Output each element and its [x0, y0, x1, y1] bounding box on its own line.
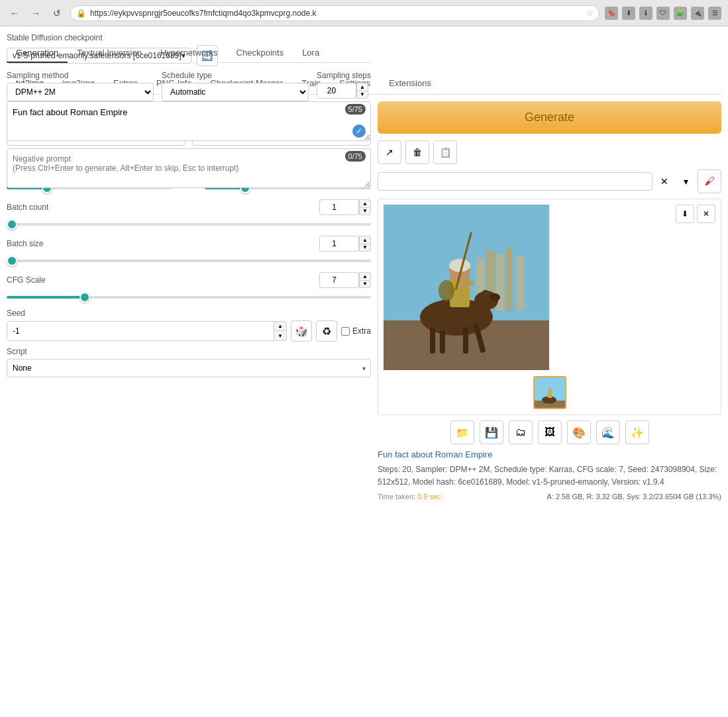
batch-size-label: Batch size [7, 239, 43, 248]
batch-size-increment[interactable]: ▲ [359, 236, 371, 244]
browser-icons: 🔖 ⬇ ℹ 🛡 🧩 🔌 ☰ [605, 7, 721, 20]
tab-extensions[interactable]: Extensions [380, 73, 441, 95]
cfg-increment[interactable]: ▲ [359, 272, 371, 280]
info-icon[interactable]: ℹ [639, 7, 652, 20]
batch-count-label: Batch count [7, 203, 48, 212]
image-tools: ⬇ ✕ [676, 205, 715, 223]
script-select[interactable]: None X/Y/Z plot Prompt matrix [7, 359, 371, 377]
image-section: ⬇ ✕ [378, 199, 721, 415]
image-meta: Steps: 20, Sampler: DPM++ 2M, Schedule t… [378, 463, 721, 489]
batch-size-slider[interactable] [7, 260, 371, 262]
cfg-scale-label: CFG Scale [7, 275, 46, 285]
extra-checkbox[interactable] [341, 327, 350, 336]
back-button[interactable]: ← [7, 5, 23, 21]
batch-size-stepper: ▲ ▼ [359, 236, 371, 252]
open-folder-button[interactable]: 📁 [450, 420, 474, 444]
cfg-decrement[interactable]: ▼ [359, 280, 371, 288]
sub-tab-checkpoints[interactable]: Checkpoints [227, 44, 293, 63]
close-image-button[interactable]: ✕ [697, 205, 715, 223]
batch-count-decrement[interactable]: ▼ [359, 207, 371, 215]
cfg-slider[interactable] [7, 296, 371, 299]
style-input[interactable] [378, 172, 652, 191]
steps-decrement[interactable]: ▼ [356, 91, 368, 99]
puzzle-icon[interactable]: 🧩 [674, 7, 687, 20]
seed-stepper: ▲ ▼ [274, 322, 286, 340]
negative-prompt-area: 0/75 [7, 148, 371, 190]
paint-button[interactable]: 🖌 [698, 169, 721, 193]
batch-size-input[interactable] [319, 236, 359, 252]
address-bar[interactable]: 🔒 https://eykpvvspnrgjr5oeucofks7fmfctiq… [70, 5, 599, 21]
sampling-settings: Sampling method DPM++ 2M Euler a Euler S… [7, 71, 371, 101]
dropdown-style-button[interactable]: ▾ [676, 172, 695, 191]
send-image-button[interactable]: 🖼 [538, 420, 562, 444]
download-icon[interactable]: ⬇ [622, 7, 635, 20]
prompt-textarea[interactable]: Fun fact about Roman Empire [7, 101, 371, 141]
batch-count-increment[interactable]: ▲ [359, 199, 371, 207]
star-button[interactable]: ✨ [625, 420, 649, 444]
schedule-type-item: Schedule type Automatic Karras [162, 71, 309, 101]
style-input-row: ✕ ▾ 🖌 [378, 169, 721, 193]
zip-button[interactable]: 🗂 [509, 420, 533, 444]
save-button[interactable]: 💾 [480, 420, 503, 444]
sampling-steps-item: Sampling steps ▲ ▼ [317, 71, 371, 99]
memory-info: A: 2.58 GB, R: 3.32 GB, Sys: 3.2/23.6504… [546, 493, 721, 501]
bookmark-icon[interactable]: 🔖 [605, 7, 618, 20]
refresh-button[interactable]: ↺ [49, 5, 65, 21]
batch-count-number: ▲ ▼ [319, 199, 371, 215]
seed-dice-button[interactable]: 🎲 [291, 320, 312, 342]
batch-count-slider[interactable] [7, 223, 371, 226]
download-image-button[interactable]: ⬇ [676, 205, 694, 223]
seed-increment[interactable]: ▲ [274, 322, 286, 331]
schedule-type-select[interactable]: Automatic Karras [162, 83, 309, 101]
steps-increment[interactable]: ▲ [356, 83, 368, 91]
extension-icon[interactable]: 🔌 [691, 7, 704, 20]
copy-button[interactable]: 📋 [433, 140, 457, 164]
sampling-steps-input[interactable] [317, 83, 356, 99]
sub-tab-lora[interactable]: Lora [293, 44, 329, 63]
negative-textarea[interactable] [7, 148, 371, 188]
extra-checkbox-label: Extra [341, 326, 371, 336]
watermark-button[interactable]: 🌊 [596, 420, 620, 444]
generate-button[interactable]: Generate [378, 101, 721, 134]
batch-size-decrement[interactable]: ▼ [359, 244, 371, 252]
seed-controls: ▲ ▼ 🎲 ♻ Extra [7, 320, 371, 342]
seed-recycle-button[interactable]: ♻ [316, 320, 337, 342]
timing-row: Time taken: 0.9 sec. A: 2.58 GB, R: 3.32… [378, 493, 721, 501]
image-caption: Fun fact about Roman Empire [378, 450, 721, 459]
negative-counter: 0/75 [345, 151, 366, 162]
seed-decrement[interactable]: ▼ [274, 331, 286, 340]
batch-count-input[interactable] [319, 199, 359, 215]
seed-input[interactable] [7, 322, 274, 340]
svg-rect-21 [384, 205, 549, 370]
cfg-input[interactable] [319, 272, 359, 288]
right-panel: Generate ↗ 🗑 📋 ✕ ▾ 🖌 ⬇ ✕ [378, 101, 721, 501]
extra-label: Extra [352, 326, 371, 336]
thumbnail-row [384, 376, 715, 409]
action-buttons: ↗ 🗑 📋 [378, 140, 721, 164]
menu-icon[interactable]: ☰ [708, 7, 721, 20]
browser-bar: ← → ↺ 🔒 https://eykpvvspnrgjr5oeucofks7f… [0, 0, 728, 26]
image-action-row: 📁 💾 🗂 🖼 🎨 🌊 ✨ [378, 420, 721, 444]
steps-number-wrapper: ▲ ▼ [317, 83, 371, 99]
batch-count-stepper: ▲ ▼ [359, 199, 371, 215]
forward-button[interactable]: → [28, 5, 44, 21]
shield-icon[interactable]: 🛡 [656, 7, 670, 20]
steps-stepper: ▲ ▼ [356, 83, 368, 99]
sub-tab-textual-inversion[interactable]: Textual Inversion [68, 44, 151, 63]
svg-rect-26 [548, 392, 552, 398]
script-select-wrapper: None X/Y/Z plot Prompt matrix ▾ [7, 359, 371, 377]
clear-style-button[interactable]: ✕ [655, 172, 674, 191]
sampling-method-select[interactable]: DPM++ 2M Euler a Euler [7, 83, 154, 101]
batch-size-number: ▲ ▼ [319, 236, 371, 252]
delete-button[interactable]: 🗑 [405, 140, 429, 164]
prompt-check-icon: ✓ [352, 124, 366, 138]
timing-section: Time taken: 0.9 sec. [378, 493, 443, 501]
thumbnail-item[interactable] [533, 376, 566, 409]
style-image-button[interactable]: 🎨 [567, 420, 591, 444]
cfg-number: ▲ ▼ [319, 272, 371, 288]
sub-tab-hypernetworks[interactable]: Hypernetworks [151, 44, 227, 63]
sampling-method-label: Sampling method [7, 71, 154, 80]
sub-tab-generation[interactable]: Generation [7, 44, 68, 63]
send-to-button[interactable]: ↗ [378, 140, 401, 164]
schedule-type-label: Schedule type [162, 71, 309, 80]
